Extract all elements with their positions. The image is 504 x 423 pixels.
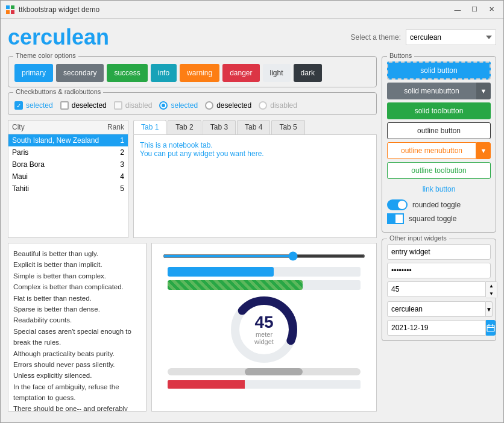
main-content: cerculean Select a theme: cerculean flat… (1, 19, 503, 422)
solid-menubutton[interactable]: solid menubutton (387, 83, 476, 99)
close-button[interactable]: ✕ (484, 4, 499, 16)
main-layout: Theme color options primary secondary su… (8, 56, 496, 412)
squared-toggle-label: squared toggle (409, 215, 456, 223)
left-panel: Theme color options primary secondary su… (8, 56, 377, 412)
btn-secondary[interactable]: secondary (56, 64, 104, 82)
tab-3[interactable]: Tab 3 (203, 120, 236, 134)
solid-button[interactable]: solid button (387, 61, 491, 80)
btn-danger[interactable]: danger (222, 64, 259, 82)
buttons-group-label: Buttons (387, 52, 414, 59)
progress-bar-green (168, 280, 361, 290)
rounded-toggle-row: rounded toggle (387, 199, 491, 210)
check-disabled: disabled (114, 101, 153, 110)
entry-widget[interactable] (387, 244, 491, 260)
check-selected: ✓ selected (14, 101, 53, 110)
solid-toolbutton[interactable]: solid toolbutton (387, 102, 491, 119)
outline-button[interactable]: outline button (387, 122, 491, 139)
cell-rank: 5 (100, 184, 124, 193)
btn-info[interactable]: info (151, 64, 177, 82)
table-row[interactable]: Bora Bora 3 (8, 158, 128, 171)
scroll-thumb[interactable] (245, 368, 303, 375)
text-line: Complex is better than complicated. (13, 281, 141, 292)
minimize-button[interactable]: — (450, 4, 465, 16)
window: ttkbootstrap widget demo — ☐ ✕ cerculean… (0, 0, 504, 423)
btn-primary[interactable]: primary (14, 64, 53, 82)
text-line: Although practicality beats purity. (13, 348, 141, 359)
btn-warning[interactable]: warning (180, 64, 219, 82)
svg-rect-2 (6, 10, 10, 14)
btn-dark[interactable]: dark (294, 64, 322, 82)
checkbox-deselected[interactable] (60, 101, 69, 110)
tab-content: This is a notebook tab. You can put any … (133, 134, 377, 238)
radiobutton-selected[interactable] (159, 101, 168, 110)
check-selected-label: selected (26, 101, 53, 110)
slider[interactable] (163, 254, 365, 258)
table-row[interactable]: Maui 4 (8, 171, 128, 183)
cell-city: Bora Bora (12, 160, 100, 169)
outline-menubutton[interactable]: outline menubutton (387, 142, 476, 159)
text-line: Explicit is better than implicit. (13, 259, 141, 270)
rounded-toggle-label: rounded toggle (412, 201, 461, 209)
horizontal-scrollbar[interactable] (168, 368, 361, 375)
text-box: Beautiful is better than ugly. Explicit … (8, 243, 146, 412)
btn-light[interactable]: light (263, 64, 291, 82)
date-picker-button[interactable] (486, 320, 496, 336)
meter-value: 45 (246, 314, 282, 331)
table-row[interactable]: Paris 2 (8, 146, 128, 158)
progress-bar-blue (168, 267, 361, 277)
radiobutton-deselected[interactable] (205, 101, 213, 110)
text-line: Readability counts. (13, 315, 141, 325)
cell-rank: 2 (100, 148, 124, 157)
squared-toggle[interactable] (387, 213, 404, 224)
solid-menubutton-arrow[interactable]: ▼ (476, 83, 491, 99)
spinbox-down[interactable]: ▼ (486, 290, 497, 298)
tab-4[interactable]: Tab 4 (237, 120, 270, 134)
cell-city: Tahiti (12, 184, 100, 193)
text-line: Flat is better than nested. (13, 293, 141, 304)
text-line: Simple is better than complex. (13, 271, 141, 281)
spinbox-up[interactable]: ▲ (486, 282, 497, 290)
password-field[interactable] (387, 263, 491, 278)
svg-rect-0 (6, 5, 10, 9)
theme-selector[interactable]: cerculean flatly darkly cosmo (406, 30, 496, 45)
checks-group: Checkbuttons & radiobuttons ✓ selected d… (8, 92, 377, 115)
link-button[interactable]: link button (387, 182, 491, 196)
progress-fill-green (168, 280, 303, 290)
outline-toolbutton[interactable]: outline toolbutton (387, 162, 491, 179)
text-line: Errors should never pass silently. (13, 359, 141, 370)
table-row[interactable]: South Island, New Zealand 1 (8, 134, 128, 146)
rounded-toggle[interactable] (387, 199, 408, 210)
text-line: In the face of ambiguity, refuse the tem… (13, 381, 141, 404)
tab-1[interactable]: Tab 1 (133, 120, 166, 134)
combo-arrow[interactable]: ▼ (486, 301, 493, 317)
theme-colors-label: Theme color options (13, 52, 78, 59)
combo-input[interactable] (387, 301, 486, 317)
radiobutton-disabled (259, 101, 267, 110)
text-line: Sparse is better than dense. (13, 304, 141, 315)
titlebar-title: ttkbootstrap widget demo (19, 5, 450, 14)
svg-rect-1 (11, 5, 14, 9)
red-progress-bar (168, 380, 361, 389)
cell-city: Maui (12, 172, 100, 181)
maximize-button[interactable]: ☐ (467, 4, 482, 16)
check-deselected: deselected (60, 101, 107, 110)
btn-success[interactable]: success (107, 64, 147, 82)
tab-2[interactable]: Tab 2 (168, 120, 201, 134)
outline-menubutton-row: outline menubutton ▼ (387, 142, 491, 159)
date-input[interactable] (387, 320, 486, 336)
scroll-track (168, 368, 361, 375)
checkbox-selected[interactable]: ✓ (14, 101, 23, 110)
table-row[interactable]: Tahiti 5 (8, 183, 128, 195)
radio-deselected-label: deselected (216, 101, 251, 110)
header-row: cerculean Select a theme: cerculean flat… (8, 25, 496, 50)
tabs-header: Tab 1 Tab 2 Tab 3 Tab 4 Tab 5 (133, 120, 377, 134)
input-widgets-label: Other input widgets (387, 234, 449, 242)
tab-5[interactable]: Tab 5 (271, 120, 304, 134)
outline-menubutton-arrow[interactable]: ▼ (476, 142, 491, 159)
spinbox-input[interactable] (387, 281, 486, 297)
spinbox-row: ▲ ▼ (387, 281, 491, 298)
check-deselected-label: deselected (72, 101, 107, 110)
radio-deselected: deselected (205, 101, 251, 110)
cell-city: South Island, New Zealand (12, 136, 100, 145)
color-buttons: primary secondary success info warning d… (14, 61, 370, 82)
